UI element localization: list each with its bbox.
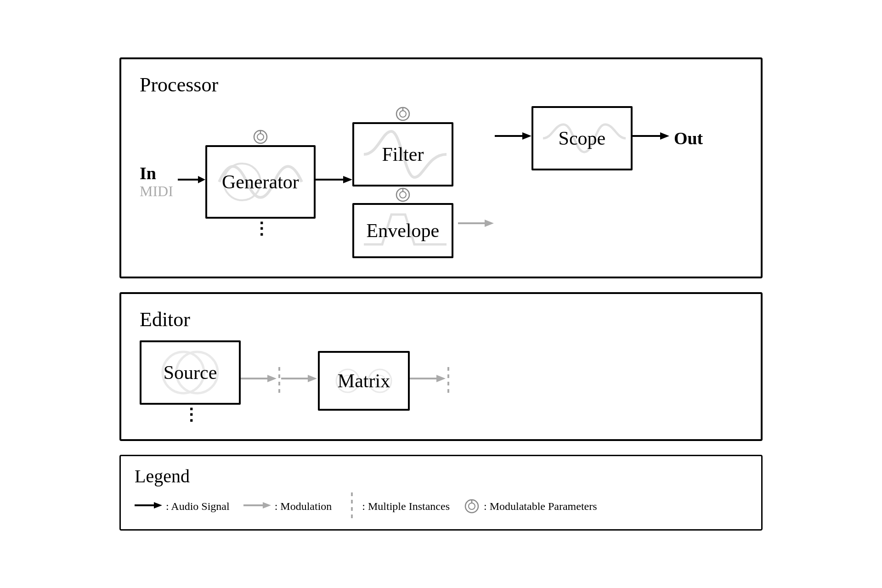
in-midi-labels: In MIDI — [140, 164, 173, 199]
source-mod-arrow — [241, 372, 277, 390]
svg-marker-37 — [263, 502, 271, 509]
processor-section: Processor In MIDI — [119, 57, 763, 278]
scope-label: Scope — [559, 127, 606, 149]
out-label: Out — [674, 128, 703, 148]
envelope-mod-arrow — [458, 216, 495, 235]
svg-point-40 — [469, 503, 475, 509]
dashed-vert-2 — [447, 367, 450, 395]
legend-modulation: : Modulation — [243, 500, 332, 513]
legend-mod-text: : Modulation — [275, 500, 332, 513]
legend-knob-icon — [464, 498, 480, 514]
generator-dots: ⋮ — [253, 223, 268, 235]
source-box: Source — [140, 340, 241, 405]
main-container: Processor In MIDI — [119, 57, 763, 531]
legend-modulatable-params: : Modulatable Parameters — [464, 498, 597, 514]
legend-title: Legend — [135, 465, 747, 487]
processor-label: Processor — [140, 73, 742, 96]
envelope-box: Envelope — [352, 203, 453, 258]
filter-box: Filter — [352, 122, 453, 187]
editor-label: Editor — [140, 308, 742, 331]
svg-marker-17 — [522, 132, 531, 140]
source-label: Source — [164, 362, 217, 384]
svg-point-12 — [400, 192, 406, 198]
midi-label: MIDI — [140, 183, 173, 199]
envelope-label: Envelope — [367, 220, 440, 242]
dashed-section — [277, 367, 281, 395]
svg-point-9 — [400, 111, 406, 117]
svg-marker-19 — [660, 132, 669, 140]
filter-scope-arrow — [495, 129, 531, 147]
legend-items: : Audio Signal : Modulation : Multiple I… — [135, 492, 747, 520]
generator-box: Generator — [205, 145, 316, 219]
svg-marker-35 — [154, 502, 162, 509]
svg-marker-32 — [436, 375, 446, 382]
svg-marker-1 — [198, 176, 205, 183]
legend-multiple-instances: : Multiple Instances — [345, 492, 450, 520]
source-dots: ⋮ — [183, 409, 198, 421]
legend-section: Legend : Audio Signal : Modulation — [119, 455, 763, 531]
out-audio-arrow — [633, 129, 669, 147]
filter-knob-icon — [395, 106, 411, 122]
svg-marker-15 — [485, 220, 494, 227]
svg-marker-26 — [308, 375, 317, 382]
dashed-section-2 — [447, 367, 450, 395]
legend-audio-text: : Audio Signal — [166, 500, 230, 513]
legend-params-text: : Modulatable Parameters — [484, 500, 597, 513]
to-matrix-arrow — [281, 372, 318, 390]
filter-label: Filter — [382, 143, 424, 165]
scope-box: Scope — [531, 106, 633, 170]
gen-filter-arrow — [316, 173, 352, 191]
matrix-label: Matrix — [338, 370, 390, 392]
processor-main-row: In MIDI — [140, 106, 742, 258]
svg-marker-23 — [267, 375, 277, 382]
editor-main-row: Source ⋮ — [140, 340, 742, 421]
legend-audio-arrow-icon — [135, 500, 162, 513]
dashed-vert-1 — [277, 367, 281, 395]
legend-dashed-icon — [345, 492, 358, 520]
in-audio-arrow — [178, 173, 205, 191]
in-label: In — [140, 164, 156, 183]
matrix-box: Matrix — [318, 351, 410, 411]
legend-mod-arrow-icon — [243, 500, 271, 513]
filter-bottom-knob — [395, 187, 411, 203]
matrix-out-arrow — [410, 372, 447, 390]
legend-instances-text: : Multiple Instances — [362, 500, 450, 513]
generator-label: Generator — [222, 171, 299, 193]
legend-audio-signal: : Audio Signal — [135, 500, 230, 513]
generator-knob-icon — [252, 129, 269, 145]
svg-point-3 — [257, 134, 264, 140]
editor-section: Editor Source ⋮ — [119, 292, 763, 441]
svg-marker-7 — [343, 176, 352, 183]
